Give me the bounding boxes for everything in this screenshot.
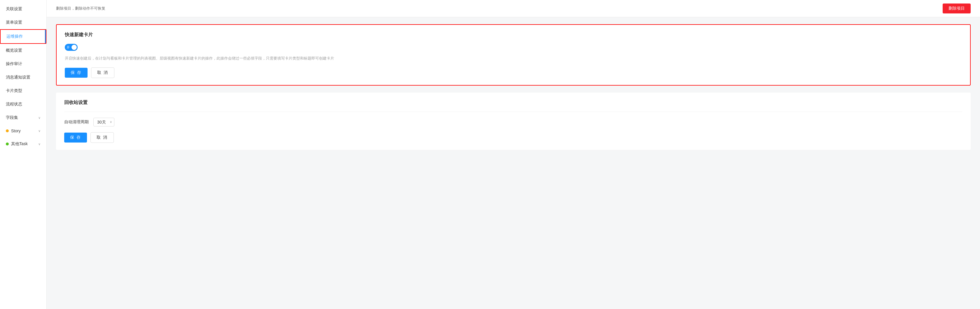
- auto-clean-row: 自动清理周期 7天 14天 30天 60天 90天 永不 ∨: [64, 118, 963, 126]
- sidebar-item-ops[interactable]: 运维操作: [0, 29, 46, 44]
- chevron-down-icon: ∨: [38, 129, 41, 133]
- sidebar-item-label: 字段集: [6, 115, 18, 120]
- sidebar-item-notification[interactable]: 消息通知设置: [0, 71, 46, 84]
- sidebar-item-label: 消息通知设置: [6, 75, 30, 80]
- sidebar-item-audit[interactable]: 操作审计: [0, 57, 46, 71]
- other-task-dot-icon: [6, 143, 9, 145]
- sidebar-item-label: 操作审计: [6, 61, 22, 67]
- chevron-down-icon: ∨: [38, 142, 41, 146]
- recycle-save-button[interactable]: 保 存: [64, 132, 87, 143]
- toggle-wrapper: 开: [65, 44, 962, 51]
- sidebar-item-other-task[interactable]: 其他Task ∨: [0, 137, 46, 151]
- sidebar-item-menu-settings[interactable]: 菜单设置: [0, 16, 46, 29]
- quick-card-cancel-button[interactable]: 取 消: [91, 67, 115, 78]
- sidebar-item-label: 运维操作: [6, 34, 23, 39]
- content-area: 快速新建卡片 开 开启快速创建后，在计划与看板和卡片管理的列表视图、层级视图有快…: [47, 17, 980, 164]
- story-dot-icon: [6, 129, 9, 132]
- sidebar-item-label: 卡片类型: [6, 88, 22, 94]
- quick-card-btn-group: 保 存 取 消: [65, 67, 962, 78]
- sidebar-item-story[interactable]: Story ∨: [0, 124, 46, 137]
- story-item-content: Story: [6, 129, 38, 133]
- sidebar: 关联设置 菜单设置 运维操作 概览设置 操作审计 消息通知设置 卡片类型 流程状…: [0, 0, 47, 309]
- auto-clean-label: 自动清理周期: [64, 119, 89, 125]
- main-content: 删除项目，删除动作不可恢复 删除项目 快速新建卡片 开 开启快速创建后，在计划与…: [47, 0, 980, 309]
- toggle-knob: [72, 45, 77, 50]
- recycle-btn-group: 保 存 取 消: [64, 132, 963, 143]
- sidebar-item-label: 关联设置: [6, 6, 22, 12]
- sidebar-item-flow-status[interactable]: 流程状态: [0, 97, 46, 111]
- quick-card-toggle[interactable]: 开: [65, 44, 78, 51]
- period-select[interactable]: 7天 14天 30天 60天 90天 永不: [93, 118, 115, 126]
- quick-card-save-button[interactable]: 保 存: [65, 68, 88, 78]
- sidebar-item-browse-settings[interactable]: 概览设置: [0, 44, 46, 57]
- recycle-title: 回收站设置: [64, 100, 963, 106]
- top-bar: 删除项目，删除动作不可恢复 删除项目: [47, 0, 980, 17]
- sidebar-item-label: Story: [11, 129, 21, 133]
- sidebar-item-label: 流程状态: [6, 102, 22, 107]
- sidebar-item-related-settings[interactable]: 关联设置: [0, 2, 46, 16]
- top-bar-description: 删除项目，删除动作不可恢复: [56, 6, 105, 11]
- quick-card-description: 开启快速创建后，在计划与看板和卡片管理的列表视图、层级视图有快速新建卡片的操作，…: [65, 56, 962, 62]
- quick-card-section: 快速新建卡片 开 开启快速创建后，在计划与看板和卡片管理的列表视图、层级视图有快…: [56, 24, 970, 86]
- sidebar-item-label: 菜单设置: [6, 20, 22, 25]
- delete-project-button[interactable]: 删除项目: [943, 3, 970, 13]
- sidebar-item-field-set[interactable]: 字段集 ∨: [0, 111, 46, 124]
- quick-card-title: 快速新建卡片: [65, 32, 962, 38]
- chevron-down-icon: ∨: [38, 116, 41, 120]
- sidebar-item-card-type[interactable]: 卡片类型: [0, 84, 46, 97]
- sidebar-item-label: 其他Task: [11, 141, 28, 147]
- sidebar-item-label: 概览设置: [6, 48, 22, 53]
- other-task-item-content: 其他Task: [6, 141, 38, 147]
- recycle-section: 回收站设置 自动清理周期 7天 14天 30天 60天 90天 永不 ∨: [56, 92, 970, 150]
- period-select-wrapper: 7天 14天 30天 60天 90天 永不 ∨: [93, 118, 115, 126]
- divider: [64, 111, 963, 112]
- toggle-label: 开: [67, 45, 70, 49]
- recycle-cancel-button[interactable]: 取 消: [91, 132, 114, 143]
